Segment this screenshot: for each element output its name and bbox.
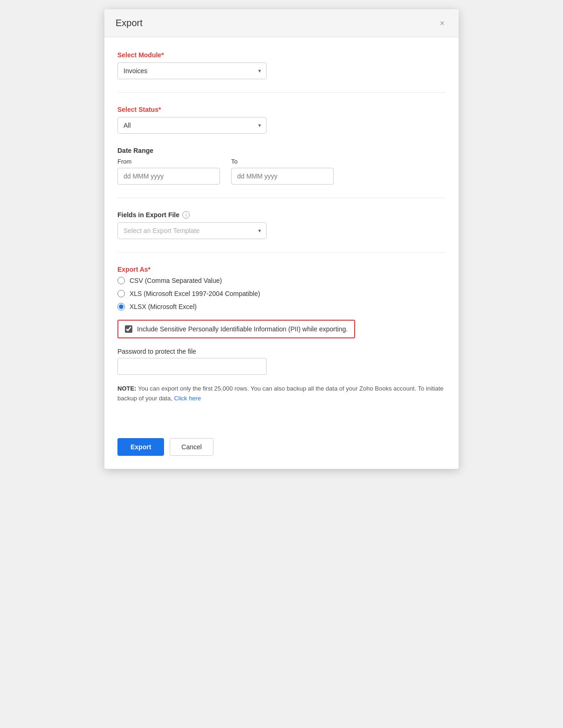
radio-xlsx-label: XLSX (Microsoft Excel) <box>130 303 197 310</box>
export-modal: Export × Select Module* Invoices Bills E… <box>104 9 459 469</box>
export-button[interactable]: Export <box>117 438 164 456</box>
select-status-wrapper: All Draft Sent Overdue Paid ▾ <box>117 117 267 134</box>
pii-label[interactable]: Include Sensitive Personally Identifiabl… <box>137 325 348 333</box>
divider-2 <box>117 198 446 198</box>
radio-csv[interactable]: CSV (Comma Separated Value) <box>117 277 446 284</box>
modal-footer: Export Cancel <box>104 431 459 469</box>
radio-xls-input[interactable] <box>117 290 125 297</box>
export-template-wrapper: Select an Export Template ▾ <box>117 222 267 239</box>
select-module-wrapper: Invoices Bills Estimates Purchase Orders… <box>117 62 267 79</box>
date-from-label: From <box>117 158 220 165</box>
date-from-field: From <box>117 158 220 185</box>
fields-export-section: Fields in Export File i Select an Export… <box>117 211 446 239</box>
info-icon[interactable]: i <box>182 211 190 219</box>
select-module-dropdown[interactable]: Invoices Bills Estimates Purchase Orders… <box>117 62 267 79</box>
close-icon: × <box>439 19 445 28</box>
radio-csv-label: CSV (Comma Separated Value) <box>130 277 222 284</box>
export-as-section: Export As* CSV (Comma Separated Value) X… <box>117 266 446 310</box>
date-to-input[interactable] <box>231 168 334 185</box>
radio-xls[interactable]: XLS (Microsoft Excel 1997-2004 Compatibl… <box>117 290 446 297</box>
radio-xls-label: XLS (Microsoft Excel 1997-2004 Compatibl… <box>130 290 260 297</box>
select-module-section: Select Module* Invoices Bills Estimates … <box>117 51 446 79</box>
fields-export-label: Fields in Export File <box>117 211 179 219</box>
date-range-row: From To <box>117 158 446 185</box>
note-text: NOTE: You can export only the first 25,0… <box>117 384 446 404</box>
pii-checkbox-wrapper: Include Sensitive Personally Identifiabl… <box>117 320 355 338</box>
export-format-radio-group: CSV (Comma Separated Value) XLS (Microso… <box>117 277 446 310</box>
close-button[interactable]: × <box>437 18 447 28</box>
modal-body: Select Module* Invoices Bills Estimates … <box>104 37 459 431</box>
radio-csv-input[interactable] <box>117 277 125 284</box>
date-from-input[interactable] <box>117 168 220 185</box>
modal-header: Export × <box>104 9 459 37</box>
date-to-label: To <box>231 158 334 165</box>
modal-title: Export <box>116 18 143 28</box>
select-module-label: Select Module* <box>117 51 446 59</box>
fields-label-row: Fields in Export File i <box>117 211 446 219</box>
export-as-label: Export As* <box>117 266 446 273</box>
password-input[interactable] <box>117 358 267 375</box>
radio-xlsx-input[interactable] <box>117 303 125 310</box>
divider-3 <box>117 252 446 253</box>
select-status-label: Select Status* <box>117 106 446 113</box>
note-body: You can export only the first 25,000 row… <box>117 385 444 402</box>
note-prefix: NOTE: <box>117 385 138 392</box>
select-status-dropdown[interactable]: All Draft Sent Overdue Paid <box>117 117 267 134</box>
divider-1 <box>117 92 446 93</box>
pii-checkbox[interactable] <box>125 325 132 333</box>
cancel-button[interactable]: Cancel <box>170 438 213 456</box>
select-status-section: Select Status* All Draft Sent Overdue Pa… <box>117 106 446 134</box>
password-label: Password to protect the file <box>117 348 446 355</box>
date-to-field: To <box>231 158 334 185</box>
date-range-label: Date Range <box>117 147 446 154</box>
radio-xlsx[interactable]: XLSX (Microsoft Excel) <box>117 303 446 310</box>
click-here-link[interactable]: Click here <box>174 395 201 402</box>
export-template-dropdown[interactable]: Select an Export Template <box>117 222 267 239</box>
date-range-section: Date Range From To <box>117 147 446 185</box>
password-section: Password to protect the file <box>117 348 446 375</box>
